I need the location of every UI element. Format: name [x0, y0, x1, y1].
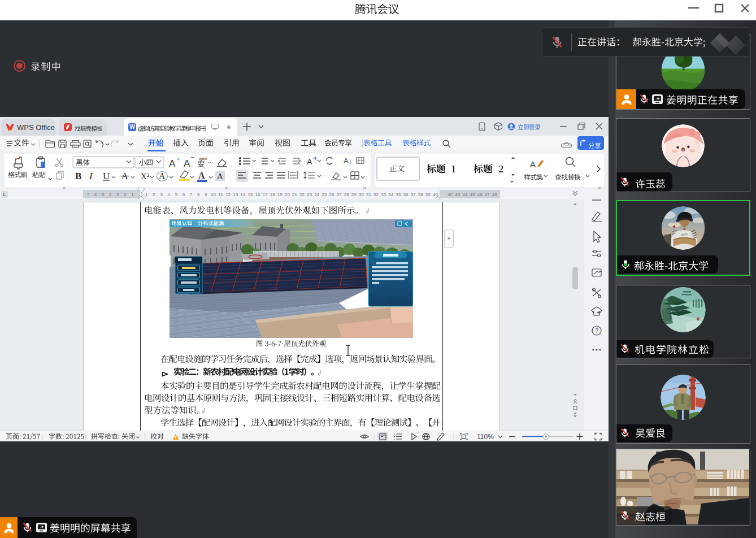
svg-text:I: I	[89, 171, 93, 181]
svg-text:A: A	[184, 158, 190, 169]
svg-text:?: ?	[596, 328, 599, 334]
svg-text:A: A	[198, 171, 205, 180]
svg-text:wen: wen	[198, 156, 207, 161]
svg-text:A: A	[159, 171, 166, 181]
svg-text:U: U	[103, 171, 110, 181]
svg-text:B: B	[75, 171, 81, 181]
svg-text:A: A	[169, 158, 176, 169]
svg-text:−: −	[190, 153, 195, 162]
svg-text:A: A	[307, 157, 312, 166]
svg-text:+: +	[176, 155, 180, 162]
svg-text:X²: X²	[141, 172, 150, 181]
svg-text:A: A	[217, 172, 223, 181]
svg-text:110%: 110%	[477, 433, 494, 441]
svg-text:A: A	[530, 159, 536, 169]
svg-text:A↓: A↓	[344, 157, 352, 165]
